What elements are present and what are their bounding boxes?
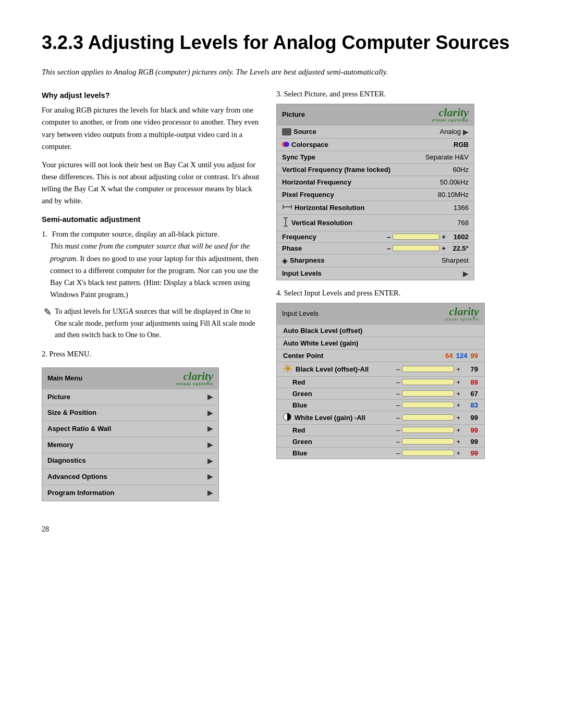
picture-phase-row[interactable]: Phase – + 22.5° [277, 242, 474, 254]
il-black-red-slider: – + 89 [396, 378, 478, 386]
colorspace-label: Colorspace [291, 141, 328, 149]
page-title: 3.2.3 Adjusting Levels for Analog Comput… [42, 31, 527, 54]
note-icon: ✎ [44, 305, 52, 341]
phase-label: Phase [282, 244, 302, 252]
picture-hfreq-row: Horizontal Frequency 50.00kHz [277, 176, 474, 188]
picture-menu-box: Picture clarity visual systems Source An… [276, 104, 474, 280]
menu-label-size: Size & Position [47, 408, 96, 418]
picture-freq-row[interactable]: Frequency – + 1602 [277, 231, 474, 242]
il-wb-track[interactable] [402, 450, 454, 456]
phase-plus: + [442, 244, 446, 252]
il-bb-plus: + [456, 401, 460, 409]
menu-row-memory[interactable]: Memory ▶ [42, 437, 218, 453]
il-black-green-row[interactable]: Green – + 67 [277, 388, 484, 399]
step1: 1. From the computer source, display an … [42, 228, 261, 301]
vres-label: Vertical Resolution [291, 219, 352, 227]
right-column: 3. Select Picture, and press ENTER. Pict… [276, 90, 527, 510]
menu-arrow-advanced: ▶ [207, 471, 213, 483]
picture-colorspace-row[interactable]: Colorspace RGB [277, 138, 474, 151]
sharpness-icon: ◈ [282, 256, 288, 265]
sharpness-label: Sharpness [290, 256, 324, 264]
il-bb-track[interactable] [402, 402, 454, 408]
il-wg-track[interactable] [402, 438, 454, 445]
inputlevels-arrow: ▶ [463, 269, 469, 278]
il-bg-plus: + [456, 390, 460, 398]
pic-logo-sub: visual systems [432, 118, 469, 122]
il-white-red-label: Red [292, 426, 305, 434]
il-black-red-row[interactable]: Red – + 89 [277, 376, 484, 388]
source-value: Analog [440, 128, 461, 135]
menu-row-aspect[interactable]: Aspect Ratio & Wall ▶ [42, 421, 218, 437]
sharpness-value: Sharpest [442, 256, 469, 264]
il-wb-plus: + [456, 449, 460, 457]
il-white-green-slider: – + 99 [396, 438, 478, 446]
vres-value: 768 [457, 219, 469, 227]
il-black-level-all-row[interactable]: Black Level (offset)-All – + 79 [277, 362, 484, 376]
para2: Your pictures will not look their best o… [42, 159, 261, 207]
il-bb-minus: – [396, 401, 400, 409]
synctype-value: Separate H&V [425, 153, 469, 161]
il-white-blue-slider: – + 99 [396, 449, 478, 457]
synctype-label: Sync Type [282, 153, 315, 161]
source-label: Source [293, 128, 316, 135]
il-wl-track[interactable] [402, 414, 454, 421]
source-arrow: ▶ [463, 128, 469, 136]
phase-slider-track[interactable] [393, 245, 439, 251]
svg-line-16 [285, 371, 286, 372]
il-bg-value: 67 [462, 390, 478, 398]
picture-inputlevels-row[interactable]: Input Levels ▶ [277, 267, 474, 280]
picture-source-row[interactable]: Source Analog ▶ [277, 125, 474, 138]
il-center-point-row: Center Point 64 124 99 [277, 349, 484, 362]
freq-label: Frequency [282, 233, 316, 241]
il-white-green-row[interactable]: Green – + 99 [277, 436, 484, 447]
pfreq-label: Pixel Frequency [282, 191, 334, 199]
vfreq-value: 60Hz [453, 166, 469, 174]
il-br-minus: – [396, 378, 400, 386]
freq-value: 1602 [448, 233, 469, 241]
menu-row-diagnostics[interactable]: Diagnostics ▶ [42, 453, 218, 469]
il-white-blue-label: Blue [292, 449, 307, 457]
il-white-level-all-row[interactable]: White Level (gain) -All – + 99 [277, 411, 484, 424]
step3-instruction: 3. Select Picture, and press ENTER. [276, 90, 527, 98]
il-auto-black-label: Auto Black Level (offset) [283, 327, 362, 335]
svg-line-14 [290, 371, 291, 372]
menu-row-program[interactable]: Program Information ▶ [42, 485, 218, 501]
il-auto-black-row[interactable]: Auto Black Level (offset) [277, 324, 484, 337]
il-title: Input Levels [282, 310, 319, 317]
main-menu-title: Main Menu [47, 373, 82, 384]
il-br-value: 89 [462, 378, 478, 386]
vres-icon [282, 217, 289, 229]
il-wr-track[interactable] [402, 427, 454, 433]
freq-plus: + [442, 233, 446, 241]
freq-slider-area: – + 1602 [387, 233, 469, 241]
menu-label-memory: Memory [47, 440, 74, 450]
menu-row-advanced[interactable]: Advanced Options ▶ [42, 468, 218, 485]
il-white-red-row[interactable]: Red – + 99 [277, 424, 484, 436]
il-white-blue-row[interactable]: Blue – + 99 [277, 447, 484, 459]
picture-vres-row: Vertical Resolution 768 [277, 214, 474, 231]
svg-line-13 [285, 365, 286, 366]
menu-row-picture[interactable]: Picture ▶ [42, 389, 218, 405]
il-br-track[interactable] [402, 379, 454, 385]
il-wl-value: 99 [462, 414, 478, 422]
il-bg-minus: – [396, 390, 400, 398]
il-wg-plus: + [456, 438, 460, 446]
il-bl-track[interactable] [402, 366, 454, 372]
il-auto-white-row[interactable]: Auto White Level (gain) [277, 337, 484, 349]
svg-line-15 [290, 365, 291, 366]
il-black-blue-row[interactable]: Blue – + 83 [277, 399, 484, 411]
hres-value: 1366 [454, 204, 469, 212]
il-bl-value: 79 [462, 365, 478, 373]
il-bl-minus: – [396, 365, 400, 373]
il-bl-plus: + [456, 365, 460, 373]
svg-point-1 [284, 142, 289, 147]
hfreq-label: Horizontal Frequency [282, 178, 351, 186]
il-br-plus: + [456, 378, 460, 386]
svg-point-8 [286, 366, 290, 370]
il-black-level-all-slider: – + 79 [396, 365, 478, 373]
il-bg-track[interactable] [402, 390, 454, 397]
il-bb-value: 83 [462, 401, 478, 409]
freq-slider-track[interactable] [393, 233, 439, 240]
menu-row-size[interactable]: Size & Position ▶ [42, 405, 218, 421]
il-black-red-label: Red [292, 378, 305, 386]
